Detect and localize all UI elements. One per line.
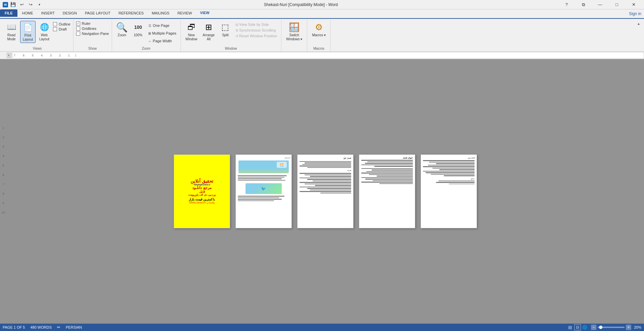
page-3-content: فصل اول ۱-۱-۲ — [298, 155, 353, 195]
one-page-icon: 🗋 — [148, 24, 152, 28]
views-group-label: Views — [4, 47, 70, 51]
tab-view[interactable]: VIEW — [196, 9, 213, 17]
switch-windows-button[interactable]: 🪟 SwitchWindows ▾ — [284, 21, 304, 42]
redo-button[interactable]: ↪ — [27, 1, 34, 8]
ribbon: 📖 ReadMode 📄 PrintLayout 🌐 WebLayout Out… — [0, 19, 644, 52]
web-layout-button[interactable]: 🌐 WebLayout — [37, 21, 52, 42]
gridlines-cb-box — [76, 27, 80, 31]
view-mode-buttons: ▤ ⊟ 🌐 — [567, 324, 588, 330]
zoom-100-button[interactable]: 100 100% — [131, 21, 146, 38]
read-view-icon[interactable]: ⊟ — [574, 324, 581, 330]
new-window-button[interactable]: 🗗 NewWindow — [183, 21, 200, 42]
zoom-track[interactable] — [598, 327, 625, 328]
sync-scroll-icon: ⇅ — [235, 29, 238, 32]
tab-file[interactable]: FILE — [0, 9, 17, 17]
tab-home[interactable]: HOME — [18, 9, 37, 17]
print-layout-button[interactable]: 📄 PrintLayout — [20, 21, 36, 43]
page-2[interactable]: گفتارکل 🌅 🐦 — [235, 154, 292, 228]
ruler-corner[interactable]: L — [7, 53, 11, 58]
print-view-icon[interactable]: ▤ — [567, 324, 574, 330]
macros-button[interactable]: ⚙ Macros ▾ — [310, 21, 328, 38]
page-info: PAGE 1 OF 5 — [3, 325, 25, 329]
page-width-icon: ↔ — [148, 39, 152, 43]
page-2-text-2 — [236, 195, 291, 203]
one-page-button[interactable]: 🗋 One Page — [147, 22, 178, 29]
ribbon-group-window: 🗗 NewWindow ⊞ ArrangeAll ⬚ Split ⊟ View … — [181, 20, 281, 51]
tab-references[interactable]: REFERENCES — [114, 9, 148, 17]
synchronous-scrolling-button[interactable]: ⇅ Synchronous Scrolling — [234, 28, 278, 33]
title-bar-left: W 💾 ↩ ↪ ▾ — [3, 1, 43, 8]
restore-button[interactable]: ⧉ — [576, 0, 591, 9]
close-button[interactable]: ✕ — [626, 0, 641, 9]
document-content: تحقیق آنلاین Tahghighonline.ir مرجع دانل… — [7, 59, 644, 324]
window-options: ⊟ View Side by Side ⇅ Synchronous Scroll… — [234, 21, 278, 38]
page-4[interactable]: عنوان فصل — [359, 154, 415, 228]
page-5[interactable]: ادامه متن منابع — [421, 154, 477, 228]
page-width-button[interactable]: ↔ Page Width — [147, 38, 178, 44]
ad-formats: ورد-پی دی اف- پاورپوینت — [188, 193, 216, 196]
edit-mode-icon: ✏ — [57, 325, 60, 330]
ruler-markers: 7 6 5 4 3 2 1 ⟩ — [14, 54, 76, 57]
zoom-slider: − + — [591, 325, 631, 330]
switch-windows-content: 🪟 SwitchWindows ▾ — [284, 20, 304, 50]
ad-price-text: با کمترین قیمت بازار — [189, 198, 215, 201]
multiple-pages-icon: ⊞ — [148, 32, 151, 35]
zoom-minus-button[interactable]: − — [591, 325, 596, 330]
zoom-percentage: 20% — [634, 325, 641, 329]
arrange-all-button[interactable]: ⊞ ArrangeAll — [201, 21, 217, 42]
nav-pane-cb-box — [76, 32, 80, 36]
read-mode-button[interactable]: 📖 ReadMode — [4, 21, 19, 42]
ruler-bar: L 7 6 5 4 3 2 1 ⟩ — [0, 52, 644, 59]
draft-checkbox[interactable]: Draft — [53, 27, 70, 31]
pages-row: تحقیق آنلاین Tahghighonline.ir مرجع دانل… — [167, 148, 484, 235]
ribbon-group-switch-windows: 🪟 SwitchWindows ▾ — [281, 20, 307, 51]
split-icon: ⬚ — [220, 22, 231, 33]
sign-in-link[interactable]: Sign in — [629, 9, 641, 18]
zoom-group-label: Zoom — [115, 47, 178, 51]
navigation-pane-checkbox[interactable]: Navigation Pane — [76, 32, 109, 36]
ribbon-group-zoom: 🔍 Zoom 100 100% 🗋 One Page ⊞ Multiple Pa… — [112, 20, 181, 51]
page-3[interactable]: فصل اول ۱-۱-۲ — [297, 154, 354, 228]
maximize-button[interactable]: □ — [609, 0, 625, 9]
outline-checkbox[interactable]: Outline — [53, 22, 70, 26]
zoom-button[interactable]: 🔍 Zoom — [115, 21, 129, 38]
document-area: 1 2 3 4 5 6 7 8 9 10 تحقیق آنلاین Tahghi… — [0, 59, 644, 324]
web-view-icon[interactable]: 🌐 — [582, 324, 588, 330]
tab-review[interactable]: REVIEW — [173, 9, 196, 17]
vertical-ruler: 1 2 3 4 5 6 7 8 9 10 — [0, 59, 7, 324]
save-button[interactable]: 💾 — [9, 1, 17, 8]
gridlines-checkbox[interactable]: Gridlines — [76, 27, 109, 31]
page-1[interactable]: تحقیق آنلاین Tahghighonline.ir مرجع دانل… — [174, 154, 230, 228]
zoom-plus-button[interactable]: + — [626, 325, 631, 330]
window-title: Shekast-Nuri [Compatibility Mode] - Word — [43, 2, 559, 7]
tab-design[interactable]: DESIGN — [59, 9, 81, 17]
ad-phone: 09981366624 واتساپ — [189, 201, 215, 204]
draft-cb-box — [53, 27, 57, 31]
help-button[interactable]: ? — [559, 0, 574, 9]
switch-windows-group-label — [284, 50, 304, 51]
zoom-100-icon: 100 — [133, 22, 144, 33]
tab-page-layout[interactable]: PAGE LAYOUT — [81, 9, 114, 17]
tab-insert[interactable]: INSERT — [37, 9, 59, 17]
macros-group-label: Macros — [310, 47, 328, 51]
tab-mailings[interactable]: MAILINGS — [148, 9, 173, 17]
collapse-ribbon-button[interactable]: ▲ — [636, 21, 641, 26]
switch-windows-icon: 🪟 — [289, 22, 300, 33]
multiple-pages-button[interactable]: ⊞ Multiple Pages — [147, 30, 178, 37]
ruler-cb-box — [76, 21, 80, 26]
ribbon-group-show: Ruler Gridlines Navigation Pane Show — [73, 20, 112, 51]
ruler-checkbox[interactable]: Ruler — [76, 21, 109, 26]
status-bar: PAGE 1 OF 5 480 WORDS ✏ PERSIAN ▤ ⊟ 🌐 − … — [0, 324, 644, 331]
undo-button[interactable]: ↩ — [18, 1, 25, 8]
customize-qat-button[interactable]: ▾ — [36, 1, 43, 8]
page-4-content: عنوان فصل — [359, 155, 415, 185]
minimize-button[interactable]: — — [592, 0, 608, 9]
reset-window-icon: ↺ — [235, 34, 238, 38]
views-content: 📖 ReadMode 📄 PrintLayout 🌐 WebLayout Out… — [4, 20, 70, 47]
zoom-thumb — [599, 326, 602, 329]
view-side-by-side-button[interactable]: ⊟ View Side by Side — [234, 22, 278, 27]
title-bar: W 💾 ↩ ↪ ▾ Shekast-Nuri [Compatibility Mo… — [0, 0, 644, 9]
reset-window-position-button[interactable]: ↺ Reset Window Position — [234, 34, 278, 38]
split-button[interactable]: ⬚ Split — [218, 21, 233, 38]
view-side-by-side-icon: ⊟ — [235, 23, 238, 27]
